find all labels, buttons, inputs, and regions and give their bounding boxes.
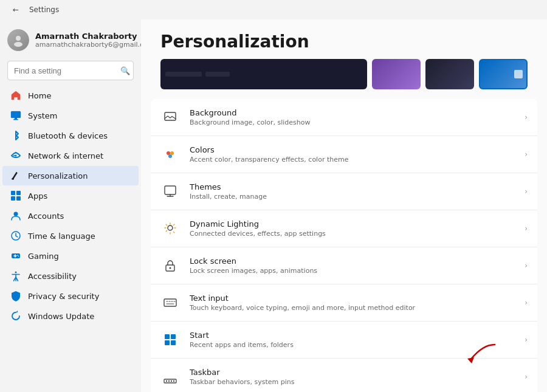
settings-item-dynamic_lighting[interactable]: Dynamic LightingConnected devices, effec… bbox=[151, 210, 537, 247]
user-email: amarnathchakraborty6@gmail.com bbox=[35, 41, 141, 49]
settings-item-text_input[interactable]: Text inputTouch keyboard, voice typing, … bbox=[151, 284, 537, 322]
theme-preview-blue[interactable] bbox=[479, 59, 528, 89]
sidebar-item-label-apps: Apps bbox=[28, 191, 47, 201]
start-title: Start bbox=[190, 331, 515, 340]
app-container: Amarnath Chakraborty amarnathchakraborty… bbox=[0, 19, 547, 392]
sidebar-item-label-personalization: Personalization bbox=[28, 171, 88, 181]
settings-item-start[interactable]: StartRecent apps and items, folders› bbox=[151, 322, 537, 359]
page-header: Personalization bbox=[141, 19, 547, 59]
taskbar-text: TaskbarTaskbar behaviors, system pins bbox=[190, 368, 515, 386]
user-profile[interactable]: Amarnath Chakraborty amarnathchakraborty… bbox=[0, 24, 141, 61]
themes-chevron-icon: › bbox=[525, 187, 528, 196]
title-bar: ← Settings bbox=[0, 0, 547, 19]
themes-desc: Install, create, manage bbox=[190, 193, 515, 201]
svg-rect-27 bbox=[171, 334, 176, 339]
lock_screen-icon bbox=[160, 256, 180, 275]
home-icon bbox=[10, 89, 22, 101]
svg-rect-3 bbox=[13, 119, 18, 120]
settings-item-taskbar[interactable]: TaskbarTaskbar behaviors, system pins› bbox=[151, 359, 537, 392]
settings-item-colors[interactable]: ColorsAccent color, transparency effects… bbox=[151, 136, 537, 173]
back-button[interactable]: ← bbox=[7, 1, 24, 18]
theme-strip bbox=[141, 59, 547, 99]
user-info: Amarnath Chakraborty amarnathchakraborty… bbox=[35, 32, 141, 49]
sidebar: Amarnath Chakraborty amarnathchakraborty… bbox=[0, 19, 141, 392]
theme-preview-purple[interactable] bbox=[372, 59, 421, 89]
time-icon bbox=[10, 230, 22, 242]
dynamic_lighting-icon bbox=[160, 219, 180, 238]
sidebar-item-label-system: System bbox=[28, 111, 57, 120]
svg-point-22 bbox=[168, 225, 173, 230]
dynamic_lighting-chevron-icon: › bbox=[525, 224, 528, 233]
text_input-desc: Touch keyboard, voice typing, emoji and … bbox=[190, 304, 515, 312]
search-input[interactable] bbox=[7, 61, 134, 80]
sidebar-item-label-time: Time & language bbox=[28, 232, 95, 241]
start-icon bbox=[160, 330, 180, 349]
personalization-icon bbox=[10, 170, 22, 182]
page-title: Personalization bbox=[160, 32, 528, 52]
text_input-title: Text input bbox=[190, 294, 515, 303]
svg-point-15 bbox=[18, 256, 19, 257]
lock_screen-chevron-icon: › bbox=[525, 261, 528, 270]
sidebar-item-label-home: Home bbox=[28, 91, 51, 100]
themes-title: Themes bbox=[190, 182, 515, 191]
search-icon[interactable]: 🔍 bbox=[120, 66, 130, 75]
gaming-icon bbox=[10, 250, 22, 262]
sidebar-item-gaming[interactable]: Gaming bbox=[2, 246, 139, 266]
svg-rect-21 bbox=[165, 186, 176, 194]
svg-rect-8 bbox=[16, 191, 21, 195]
svg-point-18 bbox=[167, 151, 170, 155]
sidebar-item-system[interactable]: System bbox=[2, 106, 139, 125]
text_input-text: Text inputTouch keyboard, voice typing, … bbox=[190, 294, 515, 312]
sidebar-item-label-windows_update: Windows Update bbox=[28, 312, 94, 321]
sidebar-item-privacy[interactable]: Privacy & security bbox=[2, 286, 139, 306]
settings-item-lock_screen[interactable]: Lock screenLock screen images, apps, ani… bbox=[151, 247, 537, 284]
svg-rect-4 bbox=[15, 118, 17, 119]
nav-list: HomeSystemBluetooth & devicesNetwork & i… bbox=[0, 85, 141, 326]
svg-point-16 bbox=[15, 272, 17, 273]
svg-rect-9 bbox=[11, 196, 15, 201]
colors-text: ColorsAccent color, transparency effects… bbox=[190, 145, 515, 163]
svg-point-20 bbox=[168, 154, 172, 158]
colors-desc: Accent color, transparency effects, colo… bbox=[190, 156, 515, 163]
settings-list: BackgroundBackground image, color, slide… bbox=[141, 99, 547, 392]
start-chevron-icon: › bbox=[525, 335, 528, 344]
svg-rect-25 bbox=[164, 299, 176, 306]
svg-point-0 bbox=[16, 36, 21, 41]
dynamic_lighting-title: Dynamic Lighting bbox=[190, 219, 515, 229]
svg-rect-7 bbox=[11, 191, 15, 195]
theme-preview-dark2[interactable] bbox=[425, 59, 474, 89]
sidebar-item-network[interactable]: Network & internet bbox=[2, 146, 139, 165]
sidebar-item-label-privacy: Privacy & security bbox=[28, 292, 99, 301]
svg-rect-29 bbox=[171, 340, 176, 345]
sidebar-item-accessibility[interactable]: Accessibility bbox=[2, 266, 139, 286]
settings-item-background[interactable]: BackgroundBackground image, color, slide… bbox=[151, 99, 537, 136]
svg-point-31 bbox=[166, 380, 167, 382]
taskbar-desc: Taskbar behaviors, system pins bbox=[190, 378, 515, 386]
sidebar-item-apps[interactable]: Apps bbox=[2, 186, 139, 205]
sidebar-item-home[interactable]: Home bbox=[2, 86, 139, 105]
sidebar-item-personalization[interactable]: Personalization bbox=[2, 166, 139, 185]
svg-point-1 bbox=[14, 42, 22, 47]
sidebar-item-label-bluetooth: Bluetooth & devices bbox=[28, 131, 108, 140]
sidebar-item-time[interactable]: Time & language bbox=[2, 226, 139, 246]
svg-rect-10 bbox=[16, 196, 21, 201]
svg-point-34 bbox=[173, 380, 174, 382]
svg-marker-35 bbox=[467, 357, 474, 363]
svg-rect-2 bbox=[11, 111, 21, 118]
theme-preview-dark[interactable] bbox=[160, 59, 367, 89]
settings-item-themes[interactable]: ThemesInstall, create, manage› bbox=[151, 173, 537, 210]
taskbar-title: Taskbar bbox=[190, 368, 515, 377]
sidebar-item-accounts[interactable]: Accounts bbox=[2, 206, 139, 225]
sidebar-item-bluetooth[interactable]: Bluetooth & devices bbox=[2, 126, 139, 145]
network-icon bbox=[10, 150, 22, 162]
svg-point-33 bbox=[171, 380, 172, 382]
avatar bbox=[7, 29, 29, 51]
sidebar-item-windows_update[interactable]: Windows Update bbox=[2, 306, 139, 326]
svg-point-19 bbox=[170, 151, 174, 155]
svg-point-32 bbox=[168, 380, 170, 382]
svg-point-24 bbox=[170, 267, 171, 269]
main-content: Personalization BackgroundBackground ima… bbox=[141, 19, 547, 392]
background-text: BackgroundBackground image, color, slide… bbox=[190, 108, 515, 126]
sidebar-item-label-gaming: Gaming bbox=[28, 252, 59, 261]
background-chevron-icon: › bbox=[525, 113, 528, 122]
